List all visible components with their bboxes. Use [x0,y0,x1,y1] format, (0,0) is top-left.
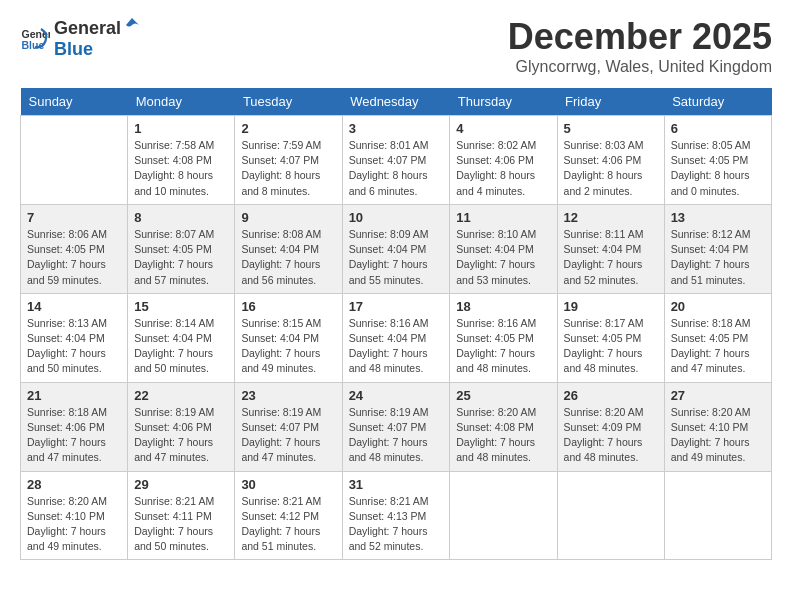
calendar-day-cell: 22Sunrise: 8:19 AMSunset: 4:06 PMDayligh… [128,382,235,471]
day-info: Sunrise: 8:16 AMSunset: 4:04 PMDaylight:… [349,316,444,377]
calendar-day-cell: 24Sunrise: 8:19 AMSunset: 4:07 PMDayligh… [342,382,450,471]
day-info: Sunrise: 8:19 AMSunset: 4:07 PMDaylight:… [241,405,335,466]
day-info: Sunrise: 8:11 AMSunset: 4:04 PMDaylight:… [564,227,658,288]
calendar-day-cell: 12Sunrise: 8:11 AMSunset: 4:04 PMDayligh… [557,204,664,293]
day-info: Sunrise: 8:05 AMSunset: 4:05 PMDaylight:… [671,138,765,199]
calendar-day-cell: 23Sunrise: 8:19 AMSunset: 4:07 PMDayligh… [235,382,342,471]
calendar-week-row: 14Sunrise: 8:13 AMSunset: 4:04 PMDayligh… [21,293,772,382]
day-number: 23 [241,388,335,403]
calendar-day-cell: 15Sunrise: 8:14 AMSunset: 4:04 PMDayligh… [128,293,235,382]
day-number: 30 [241,477,335,492]
day-info: Sunrise: 8:06 AMSunset: 4:05 PMDaylight:… [27,227,121,288]
logo-general-text: General [54,18,121,39]
day-number: 15 [134,299,228,314]
day-number: 26 [564,388,658,403]
calendar-day-cell: 4Sunrise: 8:02 AMSunset: 4:06 PMDaylight… [450,116,557,205]
day-info: Sunrise: 8:20 AMSunset: 4:08 PMDaylight:… [456,405,550,466]
calendar-day-header: Tuesday [235,88,342,116]
day-number: 16 [241,299,335,314]
logo-blue-text: Blue [54,39,93,59]
day-info: Sunrise: 8:18 AMSunset: 4:05 PMDaylight:… [671,316,765,377]
calendar-day-cell: 29Sunrise: 8:21 AMSunset: 4:11 PMDayligh… [128,471,235,560]
day-info: Sunrise: 8:01 AMSunset: 4:07 PMDaylight:… [349,138,444,199]
day-info: Sunrise: 7:59 AMSunset: 4:07 PMDaylight:… [241,138,335,199]
day-number: 13 [671,210,765,225]
day-number: 28 [27,477,121,492]
day-number: 12 [564,210,658,225]
day-number: 10 [349,210,444,225]
calendar-day-cell: 14Sunrise: 8:13 AMSunset: 4:04 PMDayligh… [21,293,128,382]
calendar-header-row: SundayMondayTuesdayWednesdayThursdayFrid… [21,88,772,116]
day-info: Sunrise: 8:21 AMSunset: 4:12 PMDaylight:… [241,494,335,555]
day-number: 3 [349,121,444,136]
calendar-day-header: Friday [557,88,664,116]
calendar-day-cell: 26Sunrise: 8:20 AMSunset: 4:09 PMDayligh… [557,382,664,471]
day-number: 8 [134,210,228,225]
day-info: Sunrise: 8:12 AMSunset: 4:04 PMDaylight:… [671,227,765,288]
calendar-day-cell: 18Sunrise: 8:16 AMSunset: 4:05 PMDayligh… [450,293,557,382]
day-info: Sunrise: 8:16 AMSunset: 4:05 PMDaylight:… [456,316,550,377]
day-info: Sunrise: 8:14 AMSunset: 4:04 PMDaylight:… [134,316,228,377]
day-info: Sunrise: 8:15 AMSunset: 4:04 PMDaylight:… [241,316,335,377]
day-number: 22 [134,388,228,403]
calendar-day-cell: 7Sunrise: 8:06 AMSunset: 4:05 PMDaylight… [21,204,128,293]
calendar-day-cell: 2Sunrise: 7:59 AMSunset: 4:07 PMDaylight… [235,116,342,205]
calendar-day-cell: 1Sunrise: 7:58 AMSunset: 4:08 PMDaylight… [128,116,235,205]
calendar-day-cell: 17Sunrise: 8:16 AMSunset: 4:04 PMDayligh… [342,293,450,382]
calendar-day-cell: 9Sunrise: 8:08 AMSunset: 4:04 PMDaylight… [235,204,342,293]
calendar-day-cell: 28Sunrise: 8:20 AMSunset: 4:10 PMDayligh… [21,471,128,560]
calendar-table: SundayMondayTuesdayWednesdayThursdayFrid… [20,88,772,560]
day-info: Sunrise: 8:13 AMSunset: 4:04 PMDaylight:… [27,316,121,377]
calendar-week-row: 7Sunrise: 8:06 AMSunset: 4:05 PMDaylight… [21,204,772,293]
day-info: Sunrise: 8:08 AMSunset: 4:04 PMDaylight:… [241,227,335,288]
calendar-day-cell: 21Sunrise: 8:18 AMSunset: 4:06 PMDayligh… [21,382,128,471]
day-info: Sunrise: 8:20 AMSunset: 4:10 PMDaylight:… [671,405,765,466]
calendar-day-cell: 19Sunrise: 8:17 AMSunset: 4:05 PMDayligh… [557,293,664,382]
calendar-day-cell: 25Sunrise: 8:20 AMSunset: 4:08 PMDayligh… [450,382,557,471]
calendar-day-cell [450,471,557,560]
calendar-day-cell: 11Sunrise: 8:10 AMSunset: 4:04 PMDayligh… [450,204,557,293]
day-number: 5 [564,121,658,136]
day-number: 21 [27,388,121,403]
day-info: Sunrise: 8:03 AMSunset: 4:06 PMDaylight:… [564,138,658,199]
day-info: Sunrise: 8:02 AMSunset: 4:06 PMDaylight:… [456,138,550,199]
logo-flag-icon [123,16,141,34]
calendar-week-row: 28Sunrise: 8:20 AMSunset: 4:10 PMDayligh… [21,471,772,560]
day-info: Sunrise: 8:09 AMSunset: 4:04 PMDaylight:… [349,227,444,288]
day-number: 24 [349,388,444,403]
day-number: 27 [671,388,765,403]
calendar-day-header: Monday [128,88,235,116]
calendar-day-cell: 31Sunrise: 8:21 AMSunset: 4:13 PMDayligh… [342,471,450,560]
calendar-day-cell [557,471,664,560]
day-info: Sunrise: 8:21 AMSunset: 4:13 PMDaylight:… [349,494,444,555]
day-number: 9 [241,210,335,225]
svg-text:Blue: Blue [22,39,45,51]
day-info: Sunrise: 8:17 AMSunset: 4:05 PMDaylight:… [564,316,658,377]
calendar-body: 1Sunrise: 7:58 AMSunset: 4:08 PMDaylight… [21,116,772,560]
calendar-day-cell: 13Sunrise: 8:12 AMSunset: 4:04 PMDayligh… [664,204,771,293]
day-number: 19 [564,299,658,314]
day-number: 25 [456,388,550,403]
day-number: 1 [134,121,228,136]
calendar-day-cell: 30Sunrise: 8:21 AMSunset: 4:12 PMDayligh… [235,471,342,560]
location-title: Glyncorrwg, Wales, United Kingdom [508,58,772,76]
day-info: Sunrise: 8:19 AMSunset: 4:06 PMDaylight:… [134,405,228,466]
day-info: Sunrise: 8:19 AMSunset: 4:07 PMDaylight:… [349,405,444,466]
calendar-day-cell [664,471,771,560]
calendar-day-cell: 3Sunrise: 8:01 AMSunset: 4:07 PMDaylight… [342,116,450,205]
day-number: 17 [349,299,444,314]
calendar-day-cell [21,116,128,205]
day-number: 18 [456,299,550,314]
month-title: December 2025 [508,16,772,58]
day-number: 29 [134,477,228,492]
calendar-day-header: Wednesday [342,88,450,116]
day-info: Sunrise: 8:21 AMSunset: 4:11 PMDaylight:… [134,494,228,555]
day-info: Sunrise: 8:07 AMSunset: 4:05 PMDaylight:… [134,227,228,288]
day-number: 2 [241,121,335,136]
calendar-day-cell: 5Sunrise: 8:03 AMSunset: 4:06 PMDaylight… [557,116,664,205]
calendar-day-cell: 16Sunrise: 8:15 AMSunset: 4:04 PMDayligh… [235,293,342,382]
calendar-week-row: 1Sunrise: 7:58 AMSunset: 4:08 PMDaylight… [21,116,772,205]
header: General Blue General Blue December 2025 … [20,16,772,76]
calendar-week-row: 21Sunrise: 8:18 AMSunset: 4:06 PMDayligh… [21,382,772,471]
calendar-day-cell: 27Sunrise: 8:20 AMSunset: 4:10 PMDayligh… [664,382,771,471]
